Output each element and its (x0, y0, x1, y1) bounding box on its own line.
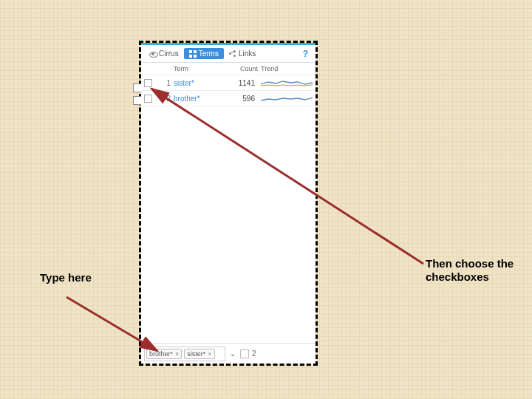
row-checkbox[interactable] (144, 79, 152, 87)
close-icon[interactable]: × (175, 350, 179, 358)
annotation-checkboxes: Then choose the checkboxes (426, 257, 514, 284)
grid-icon (189, 50, 197, 58)
close-icon[interactable]: × (208, 350, 211, 358)
annotation-type-here: Type here (40, 271, 92, 284)
col-trend[interactable]: Trend (261, 65, 313, 72)
row-count: 596 (228, 95, 258, 103)
col-term[interactable]: Term (174, 65, 225, 72)
tab-links[interactable]: Links (224, 48, 261, 59)
tab-terms[interactable]: Terms (184, 48, 224, 59)
panel-body (141, 106, 316, 343)
terms-panel: Cirrus Terms Links ? Term Count Trend 1 … (141, 43, 316, 364)
tab-cirrus[interactable]: Cirrus (144, 48, 184, 59)
sparkline-svg (261, 78, 313, 88)
tab-bar: Cirrus Terms Links ? (141, 45, 316, 63)
row-index: 1 (160, 79, 171, 87)
search-token[interactable]: sister* × (184, 349, 214, 359)
col-count[interactable]: Count (228, 65, 258, 72)
table-row: 1 sister* 1141 (141, 75, 316, 91)
sparkline (261, 93, 313, 103)
row-checkbox[interactable] (144, 95, 152, 103)
term-link[interactable]: sister* (174, 79, 225, 87)
tab-label: Cirrus (159, 50, 179, 58)
token-count: 2 (252, 349, 256, 358)
token-text: sister* (187, 350, 205, 358)
eye-icon (149, 50, 157, 58)
search-token[interactable]: brother* × (146, 349, 182, 359)
tab-label: Terms (199, 50, 219, 58)
table-row: 2 brother* 596 (141, 91, 316, 106)
share-icon (229, 50, 236, 58)
term-link[interactable]: brother* (174, 95, 225, 103)
tab-label: Links (239, 50, 256, 58)
token-text: brother* (149, 350, 173, 358)
help-button[interactable]: ? (299, 49, 313, 59)
search-token-field[interactable]: brother* × sister* × (144, 347, 225, 361)
sparkline (261, 78, 313, 88)
row-count: 1141 (228, 79, 258, 87)
sparkline-svg (261, 93, 313, 103)
search-toolbar: brother* × sister* × ⌄ 2 (141, 343, 316, 364)
grid-header: Term Count Trend (141, 63, 316, 75)
row-index: 2 (160, 95, 171, 103)
dropdown-toggle[interactable]: ⌄ (228, 349, 237, 358)
options-icon[interactable] (240, 349, 249, 358)
